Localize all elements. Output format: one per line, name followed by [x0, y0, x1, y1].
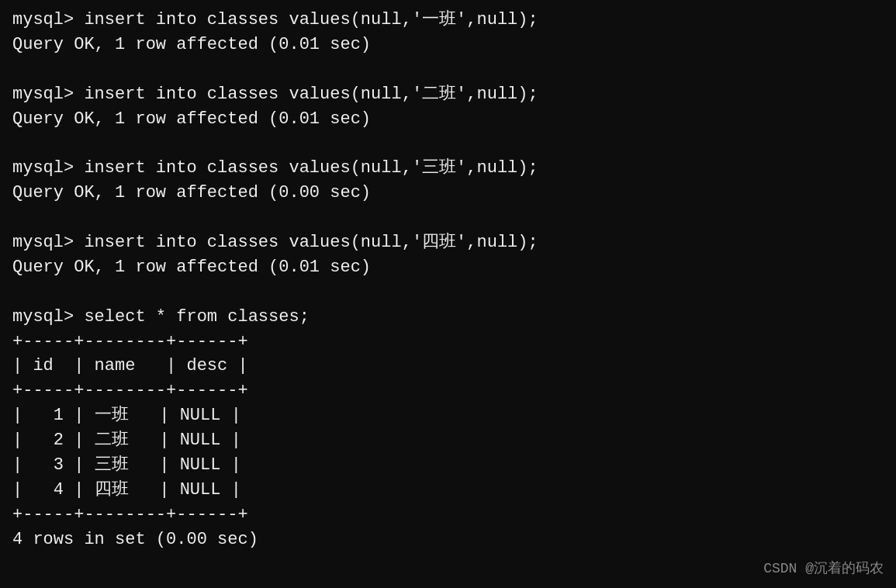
- terminal-line: +-----+--------+------+: [12, 503, 884, 527]
- empty-line: [12, 131, 884, 156]
- terminal-output: mysql> insert into classes values(null,'…: [12, 8, 884, 552]
- empty-line: [12, 57, 884, 82]
- terminal-line: mysql> insert into classes values(null,'…: [12, 8, 884, 33]
- terminal-line: Query OK, 1 row affected (0.00 sec): [12, 181, 884, 206]
- terminal-line: +-----+--------+------+: [12, 330, 884, 355]
- terminal-line: | 1 | 一班 | NULL |: [12, 403, 884, 428]
- terminal-window: mysql> insert into classes values(null,'…: [0, 0, 896, 588]
- terminal-line: +-----+--------+------+: [12, 379, 884, 403]
- terminal-line: | 2 | 二班 | NULL |: [12, 428, 884, 453]
- terminal-line: mysql> insert into classes values(null,'…: [12, 156, 884, 181]
- empty-line: [12, 280, 884, 305]
- terminal-line: 4 rows in set (0.00 sec): [12, 527, 884, 552]
- watermark: CSDN @沉着的码农: [763, 559, 884, 579]
- empty-line: [12, 206, 884, 230]
- terminal-line: Query OK, 1 row affected (0.01 sec): [12, 107, 884, 132]
- terminal-line: mysql> insert into classes values(null,'…: [12, 82, 884, 107]
- terminal-line: | 3 | 三班 | NULL |: [12, 453, 884, 478]
- terminal-line: | 4 | 四班 | NULL |: [12, 478, 884, 503]
- terminal-line: | id | name | desc |: [12, 354, 884, 379]
- terminal-line: mysql> select * from classes;: [12, 305, 884, 330]
- terminal-line: mysql> insert into classes values(null,'…: [12, 230, 884, 255]
- terminal-line: Query OK, 1 row affected (0.01 sec): [12, 33, 884, 57]
- terminal-line: Query OK, 1 row affected (0.01 sec): [12, 255, 884, 280]
